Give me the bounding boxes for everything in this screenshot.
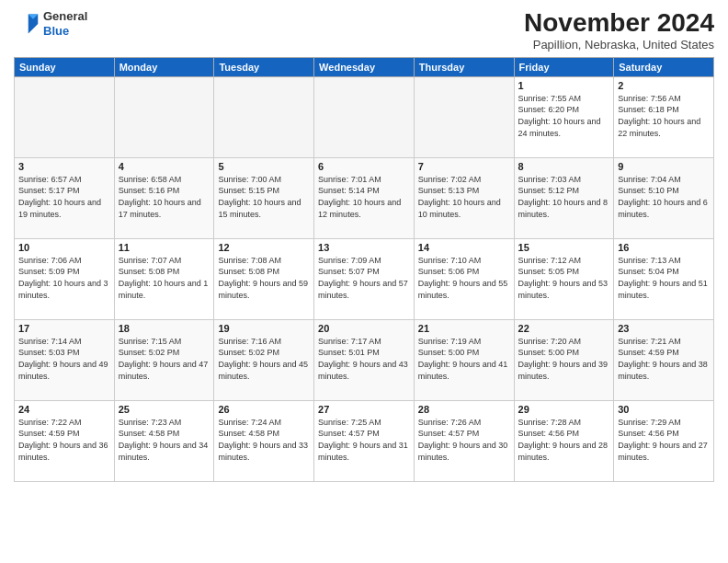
day-info: Sunrise: 7:29 AM Sunset: 4:56 PM Dayligh… [618,417,710,463]
calendar-cell: 10Sunrise: 7:06 AM Sunset: 5:09 PM Dayli… [15,238,115,319]
calendar-cell [214,76,314,157]
day-info: Sunrise: 7:19 AM Sunset: 5:00 PM Dayligh… [418,336,510,382]
day-number: 18 [119,323,210,334]
day-info: Sunrise: 7:08 AM Sunset: 5:08 PM Dayligh… [218,255,310,301]
calendar-cell: 26Sunrise: 7:24 AM Sunset: 4:58 PM Dayli… [214,400,314,481]
day-info: Sunrise: 7:15 AM Sunset: 5:02 PM Dayligh… [119,336,210,382]
calendar-cell: 1Sunrise: 7:55 AM Sunset: 6:20 PM Daylig… [514,76,614,157]
day-number: 20 [318,323,410,334]
calendar-cell: 20Sunrise: 7:17 AM Sunset: 5:01 PM Dayli… [314,319,415,400]
calendar-cell: 2Sunrise: 7:56 AM Sunset: 6:18 PM Daylig… [614,76,714,157]
calendar-cell: 15Sunrise: 7:12 AM Sunset: 5:05 PM Dayli… [514,238,614,319]
weekday-header: Tuesday [214,57,314,76]
day-info: Sunrise: 7:00 AM Sunset: 5:15 PM Dayligh… [218,174,310,220]
day-info: Sunrise: 7:26 AM Sunset: 4:57 PM Dayligh… [418,417,510,463]
day-info: Sunrise: 6:57 AM Sunset: 5:17 PM Dayligh… [18,174,110,220]
day-number: 11 [119,242,210,253]
calendar-cell: 18Sunrise: 7:15 AM Sunset: 5:02 PM Dayli… [114,319,214,400]
day-number: 6 [318,161,410,172]
day-number: 13 [318,242,410,253]
day-info: Sunrise: 7:01 AM Sunset: 5:14 PM Dayligh… [318,174,410,220]
calendar-cell [414,76,514,157]
location: Papillion, Nebraska, United States [524,38,714,52]
calendar-table: SundayMondayTuesdayWednesdayThursdayFrid… [14,57,714,482]
day-number: 15 [518,242,610,253]
day-info: Sunrise: 7:21 AM Sunset: 4:59 PM Dayligh… [618,336,710,382]
calendar-week-row: 17Sunrise: 7:14 AM Sunset: 5:03 PM Dayli… [15,319,714,400]
calendar-cell: 17Sunrise: 7:14 AM Sunset: 5:03 PM Dayli… [15,319,115,400]
day-info: Sunrise: 7:22 AM Sunset: 4:59 PM Dayligh… [18,417,110,463]
day-info: Sunrise: 7:28 AM Sunset: 4:56 PM Dayligh… [518,417,610,463]
day-number: 23 [618,323,710,334]
day-number: 27 [318,404,410,415]
calendar-cell: 23Sunrise: 7:21 AM Sunset: 4:59 PM Dayli… [614,319,714,400]
calendar-header-row: SundayMondayTuesdayWednesdayThursdayFrid… [15,57,714,76]
calendar-cell: 12Sunrise: 7:08 AM Sunset: 5:08 PM Dayli… [214,238,314,319]
calendar-cell: 28Sunrise: 7:26 AM Sunset: 4:57 PM Dayli… [414,400,514,481]
day-number: 30 [618,404,710,415]
day-number: 21 [418,323,510,334]
calendar-cell: 30Sunrise: 7:29 AM Sunset: 4:56 PM Dayli… [614,400,714,481]
weekday-header: Saturday [614,57,714,76]
day-number: 19 [218,323,310,334]
calendar-week-row: 3Sunrise: 6:57 AM Sunset: 5:17 PM Daylig… [15,157,714,238]
calendar-cell: 7Sunrise: 7:02 AM Sunset: 5:13 PM Daylig… [414,157,514,238]
day-number: 7 [418,161,510,172]
day-info: Sunrise: 7:04 AM Sunset: 5:10 PM Dayligh… [618,174,710,220]
day-number: 17 [18,323,110,334]
calendar-cell: 6Sunrise: 7:01 AM Sunset: 5:14 PM Daylig… [314,157,415,238]
day-info: Sunrise: 7:25 AM Sunset: 4:57 PM Dayligh… [318,417,410,463]
day-number: 9 [618,161,710,172]
day-info: Sunrise: 7:24 AM Sunset: 4:58 PM Dayligh… [218,417,310,463]
day-info: Sunrise: 7:09 AM Sunset: 5:07 PM Dayligh… [318,255,410,301]
day-info: Sunrise: 7:13 AM Sunset: 5:04 PM Dayligh… [618,255,710,301]
day-number: 24 [18,404,110,415]
calendar-cell: 4Sunrise: 6:58 AM Sunset: 5:16 PM Daylig… [114,157,214,238]
day-number: 14 [418,242,510,253]
day-number: 10 [18,242,110,253]
calendar-cell: 9Sunrise: 7:04 AM Sunset: 5:10 PM Daylig… [614,157,714,238]
weekday-header: Sunday [15,57,115,76]
day-info: Sunrise: 7:03 AM Sunset: 5:12 PM Dayligh… [518,174,610,220]
day-number: 16 [618,242,710,253]
day-info: Sunrise: 7:12 AM Sunset: 5:05 PM Dayligh… [518,255,610,301]
day-number: 29 [518,404,610,415]
day-number: 1 [518,80,610,91]
calendar-week-row: 24Sunrise: 7:22 AM Sunset: 4:59 PM Dayli… [15,400,714,481]
header: General Blue November 2024 Papillion, Ne… [14,9,714,52]
calendar-cell: 14Sunrise: 7:10 AM Sunset: 5:06 PM Dayli… [414,238,514,319]
calendar-cell: 3Sunrise: 6:57 AM Sunset: 5:17 PM Daylig… [15,157,115,238]
day-number: 26 [218,404,310,415]
calendar-cell: 13Sunrise: 7:09 AM Sunset: 5:07 PM Dayli… [314,238,415,319]
day-number: 3 [18,161,110,172]
logo: General Blue [14,9,87,38]
calendar-cell: 19Sunrise: 7:16 AM Sunset: 5:02 PM Dayli… [214,319,314,400]
month-title: November 2024 [524,9,714,38]
day-info: Sunrise: 7:06 AM Sunset: 5:09 PM Dayligh… [18,255,110,301]
day-number: 4 [119,161,210,172]
calendar-cell: 27Sunrise: 7:25 AM Sunset: 4:57 PM Dayli… [314,400,415,481]
weekday-header: Monday [114,57,214,76]
day-number: 8 [518,161,610,172]
day-info: Sunrise: 7:02 AM Sunset: 5:13 PM Dayligh… [418,174,510,220]
logo-text: General Blue [43,9,87,38]
day-info: Sunrise: 6:58 AM Sunset: 5:16 PM Dayligh… [119,174,210,220]
weekday-header: Wednesday [314,57,415,76]
day-info: Sunrise: 7:20 AM Sunset: 5:00 PM Dayligh… [518,336,610,382]
calendar-cell: 22Sunrise: 7:20 AM Sunset: 5:00 PM Dayli… [514,319,614,400]
calendar-cell: 16Sunrise: 7:13 AM Sunset: 5:04 PM Dayli… [614,238,714,319]
calendar-cell [314,76,415,157]
calendar-cell: 29Sunrise: 7:28 AM Sunset: 4:56 PM Dayli… [514,400,614,481]
day-info: Sunrise: 7:14 AM Sunset: 5:03 PM Dayligh… [18,336,110,382]
weekday-header: Thursday [414,57,514,76]
title-section: November 2024 Papillion, Nebraska, Unite… [524,9,714,52]
day-info: Sunrise: 7:56 AM Sunset: 6:18 PM Dayligh… [618,93,710,139]
day-info: Sunrise: 7:17 AM Sunset: 5:01 PM Dayligh… [318,336,410,382]
calendar-cell: 5Sunrise: 7:00 AM Sunset: 5:15 PM Daylig… [214,157,314,238]
weekday-header: Friday [514,57,614,76]
day-info: Sunrise: 7:23 AM Sunset: 4:58 PM Dayligh… [119,417,210,463]
day-info: Sunrise: 7:07 AM Sunset: 5:08 PM Dayligh… [119,255,210,301]
logo-general: General [43,9,87,24]
calendar-cell: 24Sunrise: 7:22 AM Sunset: 4:59 PM Dayli… [15,400,115,481]
calendar-cell [114,76,214,157]
